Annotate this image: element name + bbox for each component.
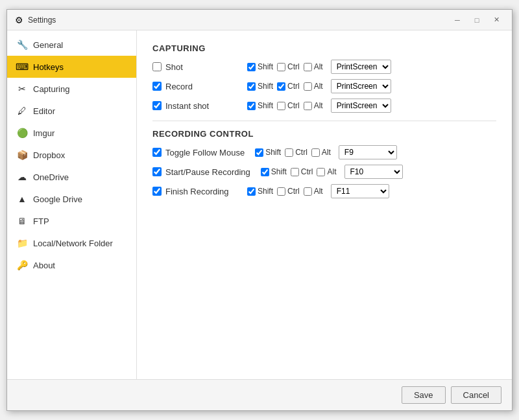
instantshot-shift-checkbox[interactable] <box>247 102 256 110</box>
shot-checkbox[interactable] <box>152 62 162 71</box>
finish-checkbox[interactable] <box>152 187 162 196</box>
startpause-ctrl-label: Ctrl <box>301 167 313 176</box>
record-label-group: Record <box>152 82 237 91</box>
record-alt-checkbox[interactable] <box>304 82 312 91</box>
instantshot-label-group: Instant shot <box>152 101 237 111</box>
shot-ctrl-label: Ctrl <box>287 62 300 71</box>
ftp-icon: 🖥 <box>16 215 28 227</box>
instantshot-shift-group: Shift <box>247 101 273 110</box>
finish-ctrl-checkbox[interactable] <box>277 187 285 196</box>
sidebar-label-localfolder: Local/Network Folder <box>33 239 113 248</box>
record-shift-checkbox[interactable] <box>247 82 256 91</box>
startpause-shift-group: Shift <box>261 167 287 176</box>
record-key-dropdown[interactable]: PrintScreen <box>331 79 391 93</box>
startpause-label-group: Start/Pause Recording <box>152 167 250 177</box>
keyboard-icon: ⌨ <box>16 61 28 73</box>
finish-alt-group: Alt <box>304 187 323 196</box>
sidebar-item-imgur[interactable]: 🟢 Imgur <box>7 122 136 144</box>
sidebar-label-ftp: FTP <box>33 216 49 226</box>
folder-icon: 📁 <box>16 237 28 249</box>
shot-shift-checkbox[interactable] <box>247 63 256 71</box>
window-title: Settings <box>28 16 56 25</box>
sidebar-item-onedrive[interactable]: ☁ OneDrive <box>7 166 136 188</box>
togglefollow-ctrl-label: Ctrl <box>295 148 308 157</box>
settings-window: ⚙ Settings ─ □ ✕ 🔧 General ⌨ Hotkeys ✂ C… <box>6 9 513 411</box>
shot-alt-checkbox[interactable] <box>304 63 312 71</box>
save-button[interactable]: Save <box>402 386 446 404</box>
instantshot-label: Instant shot <box>165 101 209 111</box>
shot-shift-label: Shift <box>258 62 273 71</box>
startpause-checkbox[interactable] <box>152 167 162 176</box>
sidebar-item-ftp[interactable]: 🖥 FTP <box>7 210 136 232</box>
googledrive-icon: ▲ <box>16 193 28 205</box>
startpause-shift-label: Shift <box>271 167 287 176</box>
record-ctrl-checkbox[interactable] <box>277 82 285 91</box>
sidebar-label-googledrive: Google Drive <box>33 194 82 204</box>
instantshot-shift-label: Shift <box>258 101 273 110</box>
finish-alt-checkbox[interactable] <box>304 187 312 196</box>
instantshot-ctrl-checkbox[interactable] <box>277 102 285 110</box>
togglefollow-checkbox[interactable] <box>152 148 162 157</box>
togglefollow-shift-checkbox[interactable] <box>255 148 263 157</box>
startpause-ctrl-group: Ctrl <box>291 167 313 176</box>
finish-shift-checkbox[interactable] <box>247 187 256 196</box>
instantshot-key-dropdown[interactable]: PrintScreen <box>331 99 391 113</box>
togglefollow-ctrl-checkbox[interactable] <box>285 148 293 157</box>
startpause-alt-label: Alt <box>327 167 336 176</box>
instantshot-alt-checkbox[interactable] <box>304 102 312 110</box>
record-shift-group: Shift <box>247 82 273 91</box>
startpause-modifiers: Shift Ctrl Alt F10 <box>261 165 403 179</box>
sidebar-item-capturing[interactable]: ✂ Capturing <box>7 78 136 100</box>
togglefollow-key-dropdown[interactable]: F9 <box>339 145 397 159</box>
capturing-section-title: CAPTURING <box>152 43 496 53</box>
imgur-icon: 🟢 <box>16 127 28 139</box>
sidebar-item-googledrive[interactable]: ▲ Google Drive <box>7 188 136 210</box>
record-alt-label: Alt <box>314 82 323 91</box>
shot-key-dropdown[interactable]: PrintScreen <box>331 60 391 74</box>
hotkey-row-togglefollow: Toggle Follow Mouse Shift Ctrl Alt <box>152 145 496 159</box>
sidebar-item-editor[interactable]: 🖊 Editor <box>7 100 136 122</box>
togglefollow-alt-checkbox[interactable] <box>311 148 320 157</box>
togglefollow-shift-label: Shift <box>265 148 281 157</box>
finish-key-dropdown[interactable]: F11 <box>331 184 389 198</box>
finish-ctrl-group: Ctrl <box>277 187 300 196</box>
sidebar-item-about[interactable]: 🔑 About <box>7 254 136 276</box>
startpause-ctrl-checkbox[interactable] <box>291 168 299 176</box>
shot-label-group: Shot <box>152 62 237 72</box>
hotkey-row-startpause: Start/Pause Recording Shift Ctrl Alt <box>152 165 496 179</box>
footer: Save Cancel <box>7 379 512 410</box>
onedrive-icon: ☁ <box>16 171 28 183</box>
record-ctrl-label: Ctrl <box>287 82 300 91</box>
sidebar-item-dropbox[interactable]: 📦 Dropbox <box>7 144 136 166</box>
sidebar-item-hotkeys[interactable]: ⌨ Hotkeys <box>7 56 136 78</box>
hotkey-row-finish: Finish Recording Shift Ctrl Alt <box>152 184 496 198</box>
sidebar-label-editor: Editor <box>33 106 55 116</box>
startpause-alt-group: Alt <box>317 167 336 176</box>
close-button[interactable]: ✕ <box>487 14 505 27</box>
startpause-label: Start/Pause Recording <box>165 167 250 177</box>
sidebar-item-general[interactable]: 🔧 General <box>7 34 136 56</box>
startpause-alt-checkbox[interactable] <box>317 168 325 176</box>
record-checkbox[interactable] <box>152 82 162 91</box>
shot-alt-group: Alt <box>304 62 323 71</box>
maximize-button[interactable]: □ <box>468 14 486 27</box>
sidebar-item-localfolder[interactable]: 📁 Local/Network Folder <box>7 232 136 254</box>
sidebar: 🔧 General ⌨ Hotkeys ✂ Capturing 🖊 Editor… <box>7 30 137 379</box>
finish-shift-group: Shift <box>247 187 273 196</box>
startpause-shift-checkbox[interactable] <box>261 168 269 176</box>
instantshot-alt-label: Alt <box>314 101 323 110</box>
instantshot-ctrl-group: Ctrl <box>277 101 300 110</box>
wrench-icon: 🔧 <box>16 39 28 51</box>
settings-icon: ⚙ <box>14 15 24 25</box>
finish-shift-label: Shift <box>258 187 273 196</box>
hotkey-row-instantshot: Instant shot Shift Ctrl Alt <box>152 99 496 113</box>
pen-icon: 🖊 <box>16 105 28 117</box>
record-modifiers: Shift Ctrl Alt PrintScreen <box>247 79 391 93</box>
shot-ctrl-checkbox[interactable] <box>277 63 285 71</box>
minimize-button[interactable]: ─ <box>448 14 466 27</box>
startpause-key-dropdown[interactable]: F10 <box>344 165 403 179</box>
finish-label-group: Finish Recording <box>152 187 237 196</box>
togglefollow-alt-label: Alt <box>322 148 331 157</box>
instantshot-checkbox[interactable] <box>152 101 162 110</box>
cancel-button[interactable]: Cancel <box>451 386 501 404</box>
